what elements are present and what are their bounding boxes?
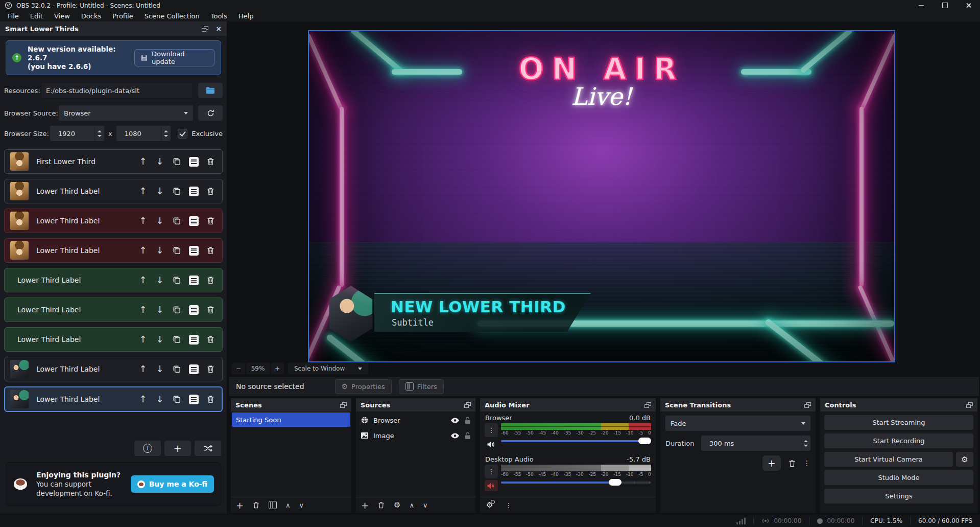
list-item[interactable]: Lower Third Label ↑ ↓ — [4, 209, 223, 233]
dock-close-icon[interactable]: × — [216, 25, 222, 33]
duplicate-button[interactable] — [172, 187, 181, 196]
delete-button[interactable] — [206, 335, 215, 344]
edit-properties-button[interactable] — [189, 187, 199, 196]
list-item-selected[interactable]: Lower Third Label ↑ ↓ — [4, 386, 223, 412]
move-up-button[interactable]: ↑ — [138, 364, 148, 374]
popout-icon[interactable] — [202, 26, 208, 32]
width-stepper[interactable]: 1920 — [50, 126, 104, 141]
add-scene-button[interactable]: + — [236, 500, 244, 511]
delete-button[interactable] — [206, 216, 215, 225]
shuffle-button[interactable] — [195, 441, 221, 456]
duplicate-button[interactable] — [172, 335, 181, 344]
move-down-button[interactable]: ↓ — [155, 187, 164, 196]
refresh-button[interactable] — [198, 105, 223, 121]
visibility-eye-icon[interactable] — [450, 417, 460, 424]
spin-up-icon[interactable] — [164, 130, 168, 132]
edit-properties-button[interactable] — [189, 395, 199, 404]
slider-handle[interactable] — [609, 479, 622, 486]
spin-up-icon[interactable] — [98, 130, 102, 132]
menu-profile[interactable]: Profile — [107, 11, 138, 21]
menu-help[interactable]: Help — [233, 11, 259, 21]
preview-canvas[interactable]: ON AIR Live! NEW LOWER THIRD Subtitle — [308, 30, 895, 362]
menu-tools[interactable]: Tools — [205, 11, 233, 21]
duplicate-button[interactable] — [172, 395, 181, 404]
remove-scene-button[interactable] — [252, 501, 260, 509]
kofi-button[interactable]: Buy me a Ko-fi — [131, 475, 214, 493]
list-item[interactable]: Lower Third Label ↑ ↓ — [4, 297, 223, 322]
move-up-button[interactable]: ↑ — [138, 335, 148, 344]
exclusive-checkbox[interactable] — [178, 129, 187, 139]
settings-button[interactable]: Settings — [824, 489, 973, 503]
move-up-button[interactable]: ↑ — [138, 187, 148, 196]
move-up-button[interactable]: ↑ — [138, 216, 148, 225]
menu-file[interactable]: File — [2, 11, 25, 21]
volume-slider[interactable] — [501, 478, 651, 486]
duplicate-button[interactable] — [172, 276, 181, 285]
edit-properties-button[interactable] — [189, 276, 199, 285]
move-up-button[interactable]: ↑ — [138, 157, 148, 166]
move-up-button[interactable]: ↑ — [138, 395, 148, 404]
move-down-button[interactable]: ↓ — [155, 216, 164, 225]
close-button[interactable] — [957, 0, 980, 11]
start-streaming-button[interactable]: Start Streaming — [824, 415, 973, 430]
volume-slider[interactable] — [501, 437, 651, 445]
lock-icon[interactable] — [464, 417, 471, 424]
minimize-button[interactable] — [910, 0, 933, 11]
delete-button[interactable] — [206, 395, 215, 404]
duplicate-button[interactable] — [172, 216, 181, 225]
delete-button[interactable] — [206, 305, 215, 314]
duplicate-button[interactable] — [172, 305, 181, 314]
move-down-button[interactable]: ↓ — [155, 364, 164, 374]
delete-button[interactable] — [206, 187, 215, 196]
start-virtual-camera-button[interactable]: Start Virtual Camera — [824, 452, 953, 467]
move-down-button[interactable]: ↓ — [155, 246, 164, 255]
height-stepper[interactable]: 1080 — [116, 126, 171, 141]
scene-filters-button[interactable] — [269, 501, 277, 509]
source-down-button[interactable]: ∨ — [423, 501, 428, 509]
move-up-button[interactable]: ↑ — [138, 305, 148, 314]
popout-icon[interactable] — [464, 402, 471, 408]
scene-down-button[interactable]: ∨ — [299, 501, 304, 509]
list-item[interactable]: Lower Third Label ↑ ↓ — [4, 268, 223, 292]
spin-up-icon[interactable] — [804, 440, 808, 442]
slider-handle[interactable] — [638, 438, 651, 444]
zoom-in-button[interactable]: + — [271, 363, 284, 374]
duplicate-button[interactable] — [172, 246, 181, 255]
transition-menu-button[interactable]: ⋮ — [803, 459, 810, 467]
browse-folder-button[interactable] — [198, 83, 223, 98]
mute-button[interactable] — [485, 439, 498, 450]
channel-menu-button[interactable]: ⋮ — [485, 465, 498, 478]
spin-down-icon[interactable] — [98, 135, 102, 137]
advanced-audio-button[interactable]: ⚙ — [486, 500, 493, 510]
visibility-eye-icon[interactable] — [450, 432, 460, 439]
browser-source-select[interactable]: Browser — [59, 105, 193, 121]
filters-button[interactable]: Filters — [399, 379, 444, 394]
list-item[interactable]: Lower Third Label ↑ ↓ — [4, 357, 223, 381]
add-source-button[interactable]: + — [361, 500, 369, 511]
lock-icon[interactable] — [464, 432, 471, 440]
mute-button-muted[interactable] — [485, 480, 498, 491]
delete-button[interactable] — [206, 157, 215, 166]
virtual-camera-config-button[interactable]: ⚙ — [956, 452, 973, 467]
add-lower-third-button[interactable]: + — [164, 441, 191, 456]
properties-button[interactable]: ⚙ Properties — [335, 379, 392, 394]
edit-properties-button[interactable] — [189, 335, 199, 345]
move-down-button[interactable]: ↓ — [155, 276, 164, 285]
move-down-button[interactable]: ↓ — [155, 305, 164, 314]
mixer-menu-button[interactable]: ⋮ — [505, 501, 512, 509]
move-up-button[interactable]: ↑ — [138, 246, 148, 255]
popout-icon[interactable] — [644, 402, 651, 408]
list-item[interactable]: Lower Third Label ↑ ↓ — [4, 179, 223, 203]
channel-menu-button[interactable]: ⋮ — [485, 423, 498, 437]
menu-view[interactable]: View — [49, 11, 76, 21]
maximize-button[interactable] — [933, 0, 957, 11]
delete-button[interactable] — [206, 276, 215, 285]
popout-icon[interactable] — [804, 402, 811, 408]
transition-select[interactable]: Fade — [665, 416, 810, 431]
duration-stepper[interactable]: 300 ms — [701, 436, 810, 451]
start-recording-button[interactable]: Start Recording — [824, 433, 973, 448]
scale-mode-select[interactable]: Scale to Window — [288, 363, 368, 374]
list-item[interactable]: Lower Third Label ↑ ↓ — [4, 238, 223, 263]
duplicate-button[interactable] — [172, 157, 181, 166]
scene-up-button[interactable]: ∧ — [285, 501, 291, 509]
